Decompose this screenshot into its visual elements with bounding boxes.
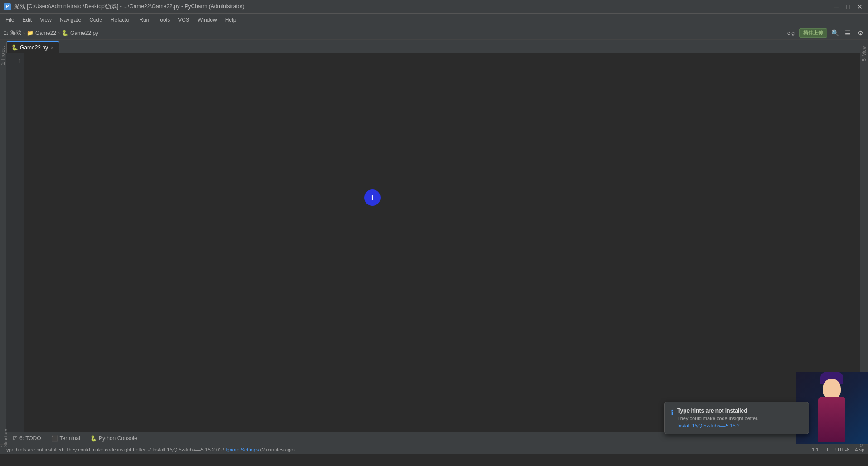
status-right: 1:1 LF UTF-8 4 sp [812,447,864,452]
project-icon: 🗂 [3,29,9,36]
anime-figure [805,374,859,442]
notification-title: Type hints are not installed [677,408,802,414]
menu-edit[interactable]: Edit [19,15,35,25]
python-console-label: Python Console [99,435,137,442]
breadcrumb-folder[interactable]: 📁 Game22 [27,30,56,36]
toolbar-2: 🗂 游戏 › 📁 Game22 › 🐍 Game22.py cfg 插件上传 🔍… [0,26,868,40]
status-ignore-link[interactable]: Ignore [226,447,240,452]
title-bar: P 游戏 [C:\Users\Administrator\Desktop\游戏]… [0,0,868,14]
left-sidebar-strip: 1: Project [0,40,6,432]
menu-navigate[interactable]: Navigate [56,15,85,25]
menu-help[interactable]: Help [222,15,240,25]
notification-body: They could make code insight better. [677,416,802,421]
tab-terminal[interactable]: ⬛ Terminal [47,434,85,443]
python-file-icon: 🐍 [62,30,68,36]
menu-tools[interactable]: Tools [154,15,174,25]
editor-wrapper: 🐍 Game22.py × 1 I [6,40,860,432]
settings-cog-button[interactable]: ⚙ [855,28,865,38]
app-icon: P [4,3,11,10]
notification-content: Type hints are not installed They could … [677,408,802,428]
python-tab-icon: 🐍 [11,44,18,51]
notification-popup: ℹ Type hints are not installed They coul… [664,402,809,434]
close-button[interactable]: ✕ [855,2,864,11]
menu-bar: File Edit View Navigate Code Refactor Ru… [0,14,868,26]
tab-python-console[interactable]: 🐍 Python Console [86,434,142,443]
menu-view[interactable]: View [36,15,55,25]
upload-button[interactable]: 插件上传 [799,28,827,38]
structure-strip: 7: Structure [0,432,6,444]
search-button[interactable]: 🔍 [830,28,840,38]
file-tab-game22[interactable]: 🐍 Game22.py × [6,41,59,53]
breadcrumb-sep-2: › [58,30,60,36]
toolbar-right: cfg 插件上传 🔍 ☰ ⚙ [787,28,865,38]
status-settings-link[interactable]: Settings [241,447,259,452]
list-button[interactable]: ☰ [843,28,853,38]
structure-label[interactable]: 7: Structure [0,429,8,447]
view-panel-label[interactable]: 5: View [861,44,867,64]
anime-body [818,397,845,442]
menu-refactor[interactable]: Refactor [107,15,135,25]
status-bar: Type hints are not installed: They could… [0,444,868,454]
todo-label: 6: TODO [19,435,41,442]
tab-todo[interactable]: ☑ 6: TODO [8,434,46,443]
indent-label: 4 sp [855,447,864,452]
folder-icon: 📁 [27,30,34,36]
file-tab-close[interactable]: × [50,44,54,51]
maximize-button[interactable]: □ [844,2,853,11]
menu-window[interactable]: Window [194,15,221,25]
menu-code[interactable]: Code [86,15,106,25]
project-panel-label[interactable]: 1: Project [0,44,6,68]
status-warning-text: Type hints are not installed: They could… [4,447,220,452]
line-separator: LF [824,447,830,452]
menu-file[interactable]: File [2,15,18,25]
notification-info-icon: ℹ [671,408,674,417]
cursor-indicator[interactable]: I [364,189,381,206]
cursor-symbol: I [371,194,373,201]
cursor-position: 1:1 [812,447,819,452]
encoding-label: UTF-8 [835,447,849,452]
cfg-label: cfg [787,30,795,36]
status-warning: Type hints are not installed: They could… [4,447,812,452]
anime-head [823,379,841,399]
menu-run[interactable]: Run [135,15,153,25]
file-tab-label: Game22.py [20,44,48,51]
terminal-label: Terminal [60,435,80,442]
title-bar-left: P 游戏 [C:\Users\Administrator\Desktop\游戏]… [4,3,244,10]
python-console-icon: 🐍 [90,435,97,442]
todo-icon: ☑ [13,435,18,442]
line-1: 1 [6,57,24,65]
notification-install-link[interactable]: Install 'PyQt5-stubs==5.15.2... [677,423,802,428]
file-tabs: 🐍 Game22.py × [6,40,860,53]
breadcrumb-project[interactable]: 🗂 游戏 [3,29,21,37]
terminal-icon: ⬛ [51,435,58,442]
breadcrumb-sep-1: › [23,30,25,36]
line-gutter: 1 [6,53,24,432]
code-editor[interactable] [24,53,860,432]
minimize-button[interactable]: ─ [832,2,841,11]
status-time-ago: (2 minutes ago) [260,447,295,452]
title-bar-right: ─ □ ✕ [832,2,864,11]
title-text: 游戏 [C:\Users\Administrator\Desktop\游戏] -… [14,3,244,10]
menu-vcs[interactable]: VCS [174,15,193,25]
editor-area[interactable]: 1 I [6,53,860,432]
breadcrumb-file[interactable]: 🐍 Game22.py [62,30,98,36]
